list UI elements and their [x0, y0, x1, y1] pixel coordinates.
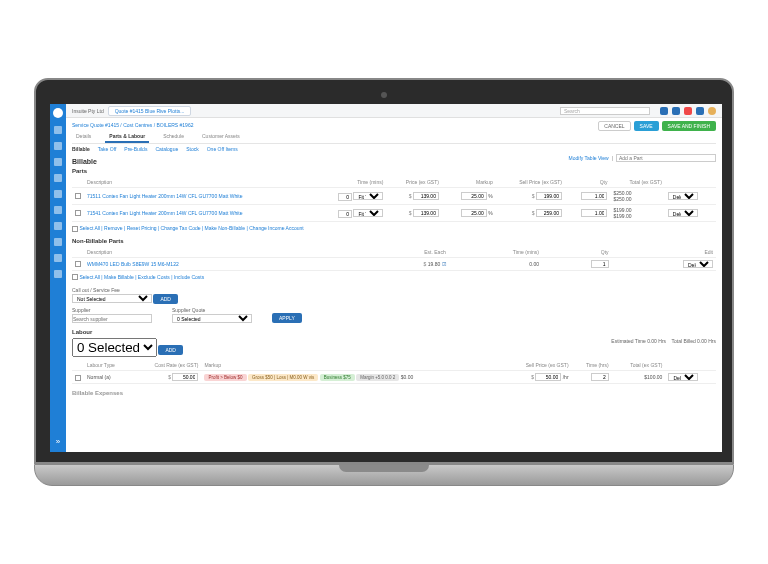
nav-icon-9[interactable]	[54, 254, 62, 262]
expand-sidebar-icon[interactable]: »	[56, 437, 60, 446]
price-input[interactable]	[413, 192, 439, 200]
avatar[interactable]	[708, 107, 716, 115]
nb-col-desc: Description	[84, 247, 367, 258]
row-action-select[interactable]: Delete	[668, 192, 698, 200]
row-checkbox[interactable]	[75, 210, 81, 216]
labour-cost-input[interactable]	[172, 373, 198, 381]
top-bar: Insuite Pty Ltd Quote #1415 Blue Rive Pl…	[66, 104, 722, 118]
row-action-select[interactable]: Delete	[668, 209, 698, 217]
subtab-stock[interactable]: Stock	[186, 146, 199, 152]
col-markup: Markup	[442, 177, 496, 188]
part-link[interactable]: 71511 Contex Fan Light Heater 200mm 14W …	[87, 193, 242, 199]
add-part-input[interactable]	[616, 154, 716, 162]
save-button[interactable]: SAVE	[634, 121, 659, 131]
tab-details[interactable]: Details	[72, 131, 95, 143]
nav-icon-8[interactable]	[54, 238, 62, 246]
part-link[interactable]: 71541 Contex Fan Light Heater 200mm 14W …	[87, 210, 242, 216]
labour-type: Normal (a)	[84, 371, 131, 384]
nav-icon-7[interactable]	[54, 222, 62, 230]
nav-icon-5[interactable]	[54, 190, 62, 198]
time-input[interactable]	[338, 193, 352, 201]
nb-qty-input[interactable]	[591, 260, 609, 268]
lb-col-cost: Cost Rate (ex GST)	[131, 360, 201, 371]
col-qty: Qty	[565, 177, 610, 188]
labour-add-button[interactable]: ADD	[158, 345, 183, 355]
nb-col-est: Est. Each	[367, 247, 448, 258]
labour-total: $100.00	[612, 371, 666, 384]
labour-time-summary: Estimated Time 0.00 Hrs Total Billed 0.0…	[611, 338, 716, 344]
sell-input[interactable]	[536, 192, 562, 200]
add-part-search: Modify Table View |	[569, 154, 716, 162]
subtab-oneoff[interactable]: One Off Items	[207, 146, 238, 152]
nb-col-edit: Edit	[612, 247, 716, 258]
lb-col-time: Time (hrs)	[572, 360, 612, 371]
app-logo-icon[interactable]	[53, 108, 63, 118]
table-row: 71541 Contex Fan Light Heater 200mm 14W …	[72, 205, 716, 222]
part-link[interactable]: WMM470 LED Bulb S8E9W 15 M6-M122	[87, 261, 179, 267]
subtab-billable[interactable]: Billable	[72, 146, 90, 152]
callout-select[interactable]: Not Selected	[72, 294, 152, 303]
subtab-prebuilds[interactable]: Pre-Builds	[124, 146, 147, 152]
qty-input[interactable]	[581, 209, 607, 217]
supplier-quote-select[interactable]: 0 Selected	[172, 314, 252, 323]
nav-icon-1[interactable]	[54, 126, 62, 134]
markup-input[interactable]	[461, 192, 487, 200]
apply-button[interactable]: APPLY	[272, 313, 302, 323]
callout-add-button[interactable]: ADD	[153, 294, 178, 304]
notifications-icon[interactable]	[684, 107, 692, 115]
select-all-checkbox[interactable]	[72, 274, 78, 280]
labour-time-input[interactable]	[591, 373, 609, 381]
settings-icon[interactable]	[696, 107, 704, 115]
subtab-catalogue[interactable]: Catalogue	[155, 146, 178, 152]
fit-time-select[interactable]: Fit Time	[353, 209, 383, 217]
row-action-select[interactable]: Delete	[668, 373, 698, 381]
help-icon[interactable]	[672, 107, 680, 115]
tab-schedule[interactable]: Schedule	[159, 131, 188, 143]
bulk-action-links[interactable]: Select All | Make Billable | Exclude Cos…	[79, 274, 204, 280]
lb-col-sell: Sell Price (ex GST)	[503, 360, 572, 371]
fit-time-select[interactable]: Fit Time	[353, 192, 383, 200]
grid-icon[interactable]	[660, 107, 668, 115]
time-input[interactable]	[338, 210, 352, 218]
col-price: Price (ex GST)	[386, 177, 442, 188]
open-tab[interactable]: Quote #1415 Blue Rive Plotts...	[108, 106, 192, 116]
row-checkbox[interactable]	[75, 261, 81, 267]
row-total-2: $199.00	[613, 213, 661, 219]
sub-tabs: Billable Take Off Pre-Builds Catalogue S…	[72, 144, 716, 154]
subtab-takeoff[interactable]: Take Off	[98, 146, 117, 152]
modify-table-link[interactable]: Modify Table View	[569, 155, 609, 161]
nav-icon-4[interactable]	[54, 174, 62, 182]
labour-select[interactable]: 0 Selected	[72, 338, 157, 357]
select-all-checkbox[interactable]	[72, 226, 78, 232]
header-icons	[660, 107, 716, 115]
callout-field: Call out / Service Fee Not Selected ADD	[72, 287, 716, 303]
info-icon[interactable]: ☑	[442, 261, 446, 267]
row-checkbox[interactable]	[75, 375, 81, 381]
nonbill-bulk-actions: Select All | Make Billable | Exclude Cos…	[72, 271, 716, 284]
row-action-select[interactable]: Delete	[683, 260, 713, 268]
main-content: Service Quote #1415 / Cost Centres / BOI…	[66, 118, 722, 452]
col-time: Time (mins)	[313, 177, 386, 188]
global-search-input[interactable]: Search	[560, 107, 650, 115]
labour-table: Labour Type Cost Rate (ex GST) Markup Se…	[72, 360, 716, 384]
next-section-title: Billable Expenses	[72, 390, 716, 396]
profit-business: Business $75	[320, 374, 355, 381]
nb-time: 0.00	[449, 257, 542, 270]
sell-input[interactable]	[536, 209, 562, 217]
labour-sell-input[interactable]	[535, 373, 561, 381]
row-checkbox[interactable]	[75, 193, 81, 199]
save-finish-button[interactable]: SAVE AND FINISH	[662, 121, 716, 131]
nav-icon-10[interactable]	[54, 270, 62, 278]
bulk-action-links[interactable]: Select All | Remove | Reset Pricing | Ch…	[79, 225, 303, 231]
nav-icon-6[interactable]	[54, 206, 62, 214]
tab-customer-assets[interactable]: Customer Assets	[198, 131, 244, 143]
supplier-search-input[interactable]	[72, 314, 152, 323]
price-input[interactable]	[413, 209, 439, 217]
nav-icon-3[interactable]	[54, 158, 62, 166]
cancel-button[interactable]: CANCEL	[598, 121, 630, 131]
estimated-time: Estimated Time 0.00 Hrs	[611, 338, 666, 344]
tab-parts-labour[interactable]: Parts & Labour	[105, 131, 149, 143]
markup-input[interactable]	[461, 209, 487, 217]
nav-icon-2[interactable]	[54, 142, 62, 150]
qty-input[interactable]	[581, 192, 607, 200]
